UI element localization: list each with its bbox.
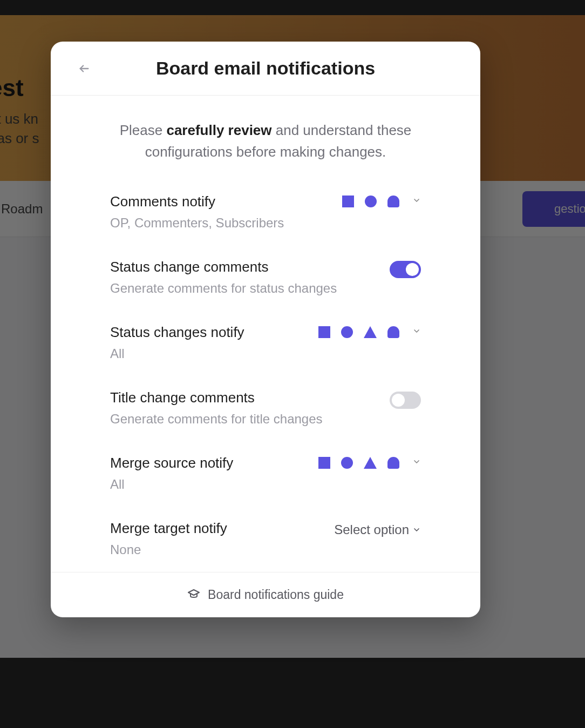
setting-comments-notify: Comments notify OP, Commenters, Subscrib… [110, 193, 421, 231]
setting-label: Status change comments [110, 259, 379, 275]
setting-desc: All [110, 346, 308, 361]
circle-icon [341, 326, 353, 338]
dome-icon [387, 457, 399, 469]
status-change-comments-toggle[interactable] [390, 261, 421, 278]
setting-merge-target-notify: Merge target notify None Select option [110, 520, 421, 557]
setting-title-change-comments: Title change comments Generate comments … [110, 389, 421, 427]
setting-label: Comments notify [110, 193, 331, 210]
setting-desc: None [110, 542, 323, 557]
merge-source-notify-selector[interactable] [318, 455, 421, 469]
triangle-icon [364, 457, 377, 469]
chevron-down-icon [412, 457, 421, 468]
setting-status-change-comments: Status change comments Generate comments… [110, 259, 421, 296]
back-button[interactable] [77, 61, 92, 76]
toggle-knob [392, 394, 405, 407]
modal-header: Board email notifications [51, 42, 480, 96]
setting-label: Merge target notify [110, 520, 323, 537]
triangle-icon [364, 326, 377, 338]
modal-title: Board email notifications [156, 58, 375, 79]
setting-label: Merge source notify [110, 455, 308, 471]
setting-label: Status changes notify [110, 324, 308, 341]
merge-target-notify-selector[interactable]: Select option [334, 522, 421, 537]
dome-icon [387, 196, 399, 207]
notifications-modal: Board email notifications Please careful… [51, 42, 480, 617]
toggle-knob [406, 263, 419, 276]
square-icon [318, 326, 330, 338]
modal-footer-link[interactable]: Board notifications guide [51, 572, 480, 617]
setting-desc: Generate comments for status changes [110, 281, 379, 296]
setting-status-changes-notify: Status changes notify All [110, 324, 421, 361]
chevron-down-icon [412, 196, 421, 207]
square-icon [342, 196, 354, 207]
title-change-comments-toggle[interactable] [390, 392, 421, 409]
graduation-cap-icon [187, 587, 200, 603]
setting-merge-source-notify: Merge source notify All [110, 455, 421, 492]
status-changes-notify-selector[interactable] [318, 324, 421, 338]
setting-label: Title change comments [110, 389, 379, 406]
intro-text: Please carefully review and understand t… [110, 119, 421, 163]
chevron-down-icon [412, 522, 421, 537]
modal-body: Please carefully review and understand t… [51, 96, 480, 572]
setting-desc: All [110, 477, 308, 492]
chevron-down-icon [412, 327, 421, 338]
comments-notify-selector[interactable] [342, 193, 421, 207]
setting-desc: OP, Commenters, Subscribers [110, 215, 331, 231]
circle-icon [365, 196, 377, 207]
square-icon [318, 457, 330, 469]
arrow-left-icon [78, 63, 90, 75]
circle-icon [341, 457, 353, 469]
footer-link-text: Board notifications guide [208, 588, 344, 602]
dome-icon [387, 326, 399, 338]
setting-desc: Generate comments for title changes [110, 412, 379, 427]
